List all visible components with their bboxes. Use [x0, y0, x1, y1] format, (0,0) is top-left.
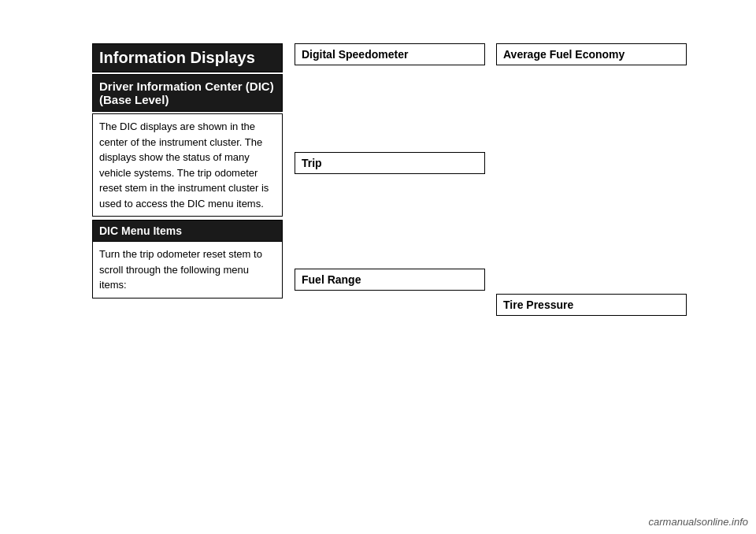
page: Information Displays Driver Information … — [0, 0, 756, 534]
menu-title-box: DIC Menu Items — [92, 220, 283, 242]
left-column: Information Displays Driver Information … — [92, 43, 283, 299]
body-text: The DIC displays are shown in the center… — [99, 121, 269, 210]
middle-item-1: Trip — [295, 152, 485, 174]
watermark: carmanualsonline.info — [649, 516, 748, 528]
watermark-text: carmanualsonline.info — [649, 516, 748, 528]
middle-item-2-label: Fuel Range — [302, 273, 361, 286]
right-column: Average Fuel Economy Tire Pressure — [496, 43, 687, 316]
main-title-box: Information Displays — [92, 43, 283, 72]
menu-body-text: Turn the trip odometer reset stem to scr… — [99, 248, 262, 291]
middle-column: Digital Speedometer Trip Fuel Range — [295, 43, 485, 291]
middle-item-2: Fuel Range — [295, 269, 485, 291]
right-item-0-label: Average Fuel Economy — [503, 48, 624, 61]
right-item-1-label: Tire Pressure — [503, 299, 573, 311]
body-text-box: The DIC displays are shown in the center… — [92, 113, 283, 217]
middle-item-0: Digital Speedometer — [295, 43, 485, 65]
subsection-title-text: Driver Information Center (DIC) (Base Le… — [99, 80, 274, 106]
menu-body-box: Turn the trip odometer reset stem to scr… — [92, 242, 283, 299]
right-item-0: Average Fuel Economy — [496, 43, 687, 65]
menu-title-text: DIC Menu Items — [99, 224, 182, 237]
subsection-title-box: Driver Information Center (DIC) (Base Le… — [92, 74, 283, 112]
right-item-1: Tire Pressure — [496, 294, 687, 316]
middle-item-0-label: Digital Speedometer — [302, 48, 408, 61]
main-title-text: Information Displays — [99, 49, 255, 66]
middle-item-1-label: Trip — [302, 157, 322, 169]
